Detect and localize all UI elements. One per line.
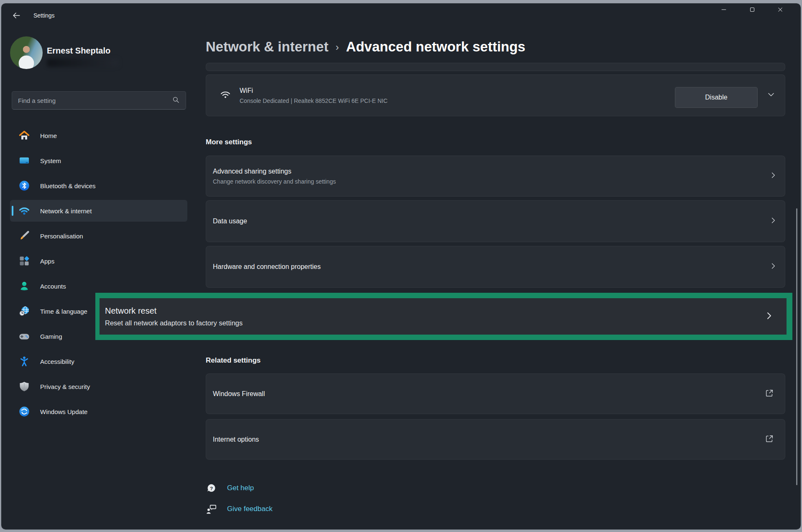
accounts-icon: [18, 280, 30, 292]
card-title: Network reset: [105, 306, 787, 316]
sidebar-item-home[interactable]: Home: [10, 125, 187, 146]
chevron-right-icon: [769, 216, 777, 226]
minimize-button[interactable]: [714, 3, 733, 18]
breadcrumb: Network & internet › Advanced network se…: [206, 37, 525, 57]
sidebar-item-system[interactable]: System: [10, 150, 187, 171]
maximize-button[interactable]: [743, 3, 762, 18]
card-subtitle: Reset all network adaptors to factory se…: [105, 319, 787, 327]
system-icon: [18, 155, 30, 166]
internet-options-card[interactable]: Internet options: [206, 419, 785, 460]
sidebar-item-network-internet[interactable]: Network & internet: [10, 200, 187, 222]
back-button[interactable]: [9, 9, 23, 23]
hardware-connection-properties-card[interactable]: Hardware and connection properties: [206, 246, 785, 288]
get-help-link[interactable]: Get help: [227, 484, 254, 492]
data-usage-card[interactable]: Data usage: [206, 200, 785, 242]
section-heading-related-settings: Related settings: [206, 356, 261, 365]
chevron-right-icon: [769, 171, 777, 181]
time-language-icon: [18, 305, 30, 317]
give-feedback-link[interactable]: Give feedback: [227, 505, 273, 513]
gaming-icon: [18, 330, 30, 342]
sidebar-item-label: Bluetooth & devices: [40, 182, 96, 189]
breadcrumb-separator-icon: ›: [335, 41, 339, 53]
give-feedback-icon: [206, 504, 217, 515]
minimize-icon: [720, 6, 728, 15]
settings-app: Settings Ernest Sheptalo Find a setting …: [0, 0, 802, 532]
scrollbar[interactable]: [796, 208, 797, 485]
partial-card-above: [206, 63, 785, 71]
close-button[interactable]: [771, 3, 790, 18]
sidebar-item-label: Accounts: [40, 283, 66, 290]
chevron-right-icon: [769, 262, 777, 272]
wifi-subtitle: Console Dedicated | Realtek 8852CE WiFi …: [240, 97, 388, 104]
external-link-icon: [765, 434, 774, 445]
maximize-icon: [748, 6, 756, 15]
card-title: Data usage: [213, 217, 247, 225]
search-placeholder: Find a setting: [18, 97, 172, 104]
chevron-down-icon[interactable]: [766, 90, 776, 101]
chevron-right-icon: [764, 311, 774, 322]
get-help-row: ? Get help: [206, 481, 254, 495]
advanced-sharing-settings-card[interactable]: Advanced sharing settings Change network…: [206, 156, 785, 197]
get-help-icon: ?: [206, 483, 217, 494]
wifi-signal-icon: [220, 89, 231, 102]
sidebar-item-label: Personalisation: [40, 233, 83, 240]
sidebar-item-bluetooth[interactable]: Bluetooth & devices: [10, 175, 187, 197]
sidebar-item-personalisation[interactable]: Personalisation: [10, 225, 187, 247]
give-feedback-row: Give feedback: [206, 502, 273, 516]
card-title: Windows Firewall: [213, 390, 265, 398]
section-heading-more-settings: More settings: [206, 138, 252, 146]
avatar[interactable]: [10, 36, 43, 69]
external-link-icon: [765, 389, 774, 399]
sidebar-item-label: Home: [40, 132, 57, 139]
bluetooth-icon: [18, 180, 30, 192]
wifi-title: WiFi: [240, 87, 388, 95]
shield-icon: [18, 381, 30, 392]
search-icon: [172, 96, 180, 105]
sidebar-item-accessibility[interactable]: Accessibility: [10, 350, 187, 372]
card-title: Internet options: [213, 436, 259, 443]
user-name: Ernest Sheptalo: [47, 46, 110, 56]
card-subtitle: Change network discovery and sharing set…: [213, 178, 760, 185]
sidebar-item-label: Accessibility: [40, 358, 74, 365]
sidebar-item-label: Gaming: [40, 333, 62, 340]
page-title: Advanced network settings: [346, 39, 525, 55]
sidebar-item-label: Apps: [40, 258, 54, 265]
back-arrow-icon: [12, 11, 21, 22]
wifi-icon: [18, 205, 30, 217]
sidebar-item-apps[interactable]: Apps: [10, 250, 187, 272]
sidebar-item-privacy-security[interactable]: Privacy & security: [10, 376, 187, 397]
card-title: Hardware and connection properties: [213, 263, 321, 271]
sidebar-item-label: Privacy & security: [40, 383, 90, 390]
sidebar-item-label: Network & internet: [40, 207, 92, 215]
breadcrumb-parent[interactable]: Network & internet: [206, 39, 328, 55]
sidebar-item-label: Time & language: [40, 308, 87, 315]
svg-text:?: ?: [210, 485, 213, 491]
network-reset-card[interactable]: Network reset Reset all network adaptors…: [100, 298, 787, 335]
search-input[interactable]: Find a setting: [12, 91, 186, 110]
close-icon: [776, 6, 784, 15]
app-title: Settings: [33, 12, 55, 19]
wifi-adapter-card[interactable]: WiFi Console Dedicated | Realtek 8852CE …: [206, 74, 785, 116]
home-icon: [18, 130, 30, 141]
paintbrush-icon: [18, 230, 30, 242]
windows-update-icon: [18, 406, 30, 417]
apps-icon: [18, 255, 30, 267]
user-email-blurred: [47, 59, 119, 67]
sidebar-item-label: System: [40, 157, 61, 164]
sidebar-item-label: Windows Update: [40, 408, 87, 415]
highlight-annotation-frame: Network reset Reset all network adaptors…: [95, 293, 792, 340]
accessibility-icon: [18, 356, 30, 367]
card-title: Advanced sharing settings: [213, 168, 760, 175]
windows-firewall-card[interactable]: Windows Firewall: [206, 373, 785, 414]
disable-button[interactable]: Disable: [675, 87, 758, 108]
sidebar-item-windows-update[interactable]: Windows Update: [10, 401, 187, 422]
